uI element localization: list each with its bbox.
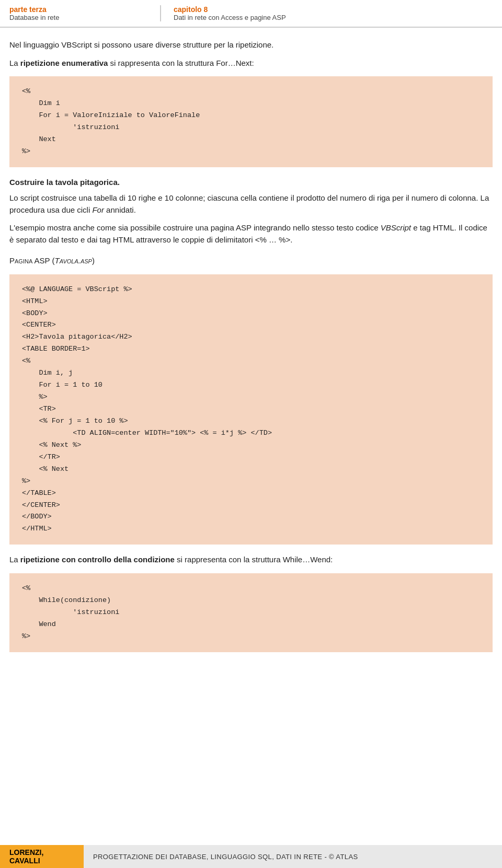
header-part-sub: Database in rete: [9, 14, 150, 21]
para-while: La ripetizione con controllo della condi…: [9, 554, 493, 566]
footer-left: LORENZI, CAVALLI: [0, 848, 84, 865]
section1-p2-em: VBScript: [381, 223, 411, 232]
code-block-1: <% Dim i For i = ValoreIniziale to Valor…: [9, 76, 493, 167]
section1-para2: L'esempio mostra anche come sia possibil…: [9, 222, 493, 246]
header-part-label: parte terza: [9, 5, 150, 14]
intro-paragraph: Nel linguaggio VBScript si possono usare…: [9, 39, 493, 51]
pagina-close: ): [92, 256, 95, 265]
pagina-pre: Pagina ASP (: [9, 256, 54, 265]
header-right: capitolo 8 Dati in rete con Access e pag…: [161, 5, 493, 21]
code-block-2: <%@ LANGUAGE = VBScript %> <HTML> <BODY>…: [9, 274, 493, 545]
section1-p1-rest: annidati.: [104, 205, 136, 214]
page-footer: LORENZI, CAVALLI PROGETTAZIONE DEI DATAB…: [0, 845, 502, 868]
para1-bold: ripetizione enumerativa: [20, 59, 108, 67]
section1-para1: Lo script costruisce una tabella di 10 r…: [9, 192, 493, 216]
header-chapter-sub: Dati in rete con Access e pagine ASP: [174, 14, 493, 21]
section1-p1-text: Lo script costruisce una tabella di 10 r…: [9, 193, 489, 214]
para1-rest: si rappresenta con la struttura For…Next…: [108, 59, 254, 67]
page-header: parte terza Database in rete capitolo 8 …: [0, 0, 502, 28]
section1-p1-em: For: [92, 205, 104, 214]
para-while-rest: si rappresenta con la struttura While…We…: [175, 555, 333, 564]
code-block-3: <% While(condizione) 'istruzioni Wend %>: [9, 573, 493, 652]
para-while-pre: La: [9, 555, 20, 564]
para1: La ripetizione enumerativa si rappresent…: [9, 57, 493, 70]
section1-heading: Costruire la tavola pitagorica.: [9, 177, 493, 189]
footer-right: PROGETTAZIONE DEI DATABASE, LINGUAGGIO S…: [84, 845, 502, 868]
main-content: Nel linguaggio VBScript si possono usare…: [0, 39, 502, 703]
pagina-file: Tavola.asp: [54, 256, 92, 265]
pagina-label-line: Pagina ASP (Tavola.asp): [9, 255, 493, 267]
para1-pre: La: [9, 59, 20, 67]
section1-p2-text: L'esempio mostra anche come sia possibil…: [9, 223, 381, 232]
header-chapter-label: capitolo 8: [174, 5, 493, 14]
header-left: parte terza Database in rete: [9, 5, 161, 21]
intro-text: Nel linguaggio VBScript si possono usare…: [9, 40, 273, 49]
para-while-bold: ripetizione con controllo della condizio…: [20, 555, 175, 564]
